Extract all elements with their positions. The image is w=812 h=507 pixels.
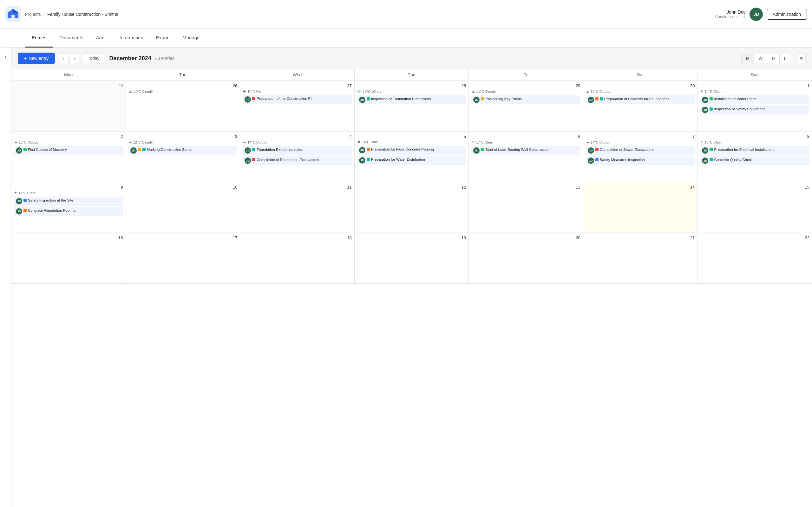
day-cell[interactable]: 28 💨 10°C Windy JD Inspection of Foundat… [355, 81, 469, 131]
event-dot [710, 107, 713, 111]
event[interactable]: JD Preparation of Concrete for Foundatio… [586, 95, 695, 104]
day-cell[interactable]: 5 🌧 14°C Rain JD Preparation for Floor C… [355, 131, 469, 182]
day-cell[interactable]: 7 ☁ 14°C Cloudy JD Completion of Sewer E… [583, 131, 698, 182]
event[interactable]: JD Installation of Water Pipes [700, 95, 809, 104]
breadcrumb-root[interactable]: Projects [25, 12, 41, 17]
day-cell[interactable]: 3 ☁ 12°C Cloudy JD Marking Construction … [126, 131, 241, 182]
day-number: 1 [700, 83, 809, 88]
new-entry-button[interactable]: + New entry [18, 53, 55, 64]
day-cell[interactable]: 4 ☁ 14°C Cloudy JD Foundation Depth Insp… [240, 131, 355, 182]
weather: 🌧 14°C Rain [357, 140, 466, 144]
event[interactable]: JD Preparation for Water Distribution [357, 156, 466, 165]
event-avatar: JD [16, 147, 22, 154]
next-button[interactable]: › [69, 54, 79, 63]
day-header-sat: Sat [583, 69, 698, 80]
day-cell[interactable]: 1 ☀ 14°C Clear JD Installation of Water … [698, 81, 812, 131]
day-number: 17 [129, 235, 238, 240]
event-avatar: JD [359, 147, 365, 153]
event[interactable]: JD Positioning Key Points [471, 95, 580, 104]
day-cell[interactable]: 12 [355, 182, 469, 233]
tab-export[interactable]: Export [150, 29, 176, 48]
day-number: 4 [243, 134, 352, 139]
sidebar-toggle[interactable]: › [0, 48, 11, 507]
event-avatar: JD [359, 97, 365, 103]
event[interactable]: JD Safety Inspection at the Site [14, 197, 123, 206]
day-number: 26 [129, 83, 238, 88]
day-cell-today[interactable]: 14 [583, 182, 698, 233]
event-text: Completion of Sewer Excavations [600, 147, 654, 152]
day-cell[interactable]: 11 [240, 182, 355, 233]
day-cell[interactable]: 18 [240, 233, 355, 284]
view-toggles: M W D L [741, 54, 791, 63]
day-cell[interactable]: 21 [583, 233, 698, 284]
event[interactable]: JD Concrete Quality Check [700, 156, 809, 165]
event-dot [23, 148, 27, 151]
day-cell[interactable]: 8 ☀ 16°C Clear JD Preparation for Electr… [698, 131, 812, 182]
event-avatar: JD [245, 96, 251, 103]
event[interactable]: JD Completion of Foundation Excavations [243, 156, 352, 165]
tab-documents[interactable]: Documents [53, 29, 90, 48]
view-week[interactable]: W [754, 54, 767, 63]
tab-manage[interactable]: Manage [176, 29, 206, 48]
event-text: Preparation for Floor Concrete Pouring [371, 147, 434, 152]
event[interactable]: JD Preparation of the Construction Pit [243, 95, 352, 104]
event[interactable]: JD Completion of Sewer Excavations [586, 146, 695, 155]
avatar[interactable]: JD [750, 8, 763, 21]
day-cell[interactable]: 17 [126, 233, 241, 284]
weather: 💨 10°C Windy [357, 89, 466, 94]
view-month[interactable]: M [742, 54, 754, 63]
day-header-tue: Tue [126, 69, 241, 80]
day-cell[interactable]: 16 [11, 233, 126, 284]
event[interactable]: JD Safety Measures Inspection [586, 156, 695, 165]
day-number: 6 [471, 134, 580, 139]
day-cell[interactable]: 15 [698, 182, 812, 233]
day-cell[interactable]: 30 ☁ 12°C Cloudy JD Preparation of Concr… [583, 81, 698, 131]
day-cell[interactable]: 13 [469, 182, 583, 233]
view-day[interactable]: D [767, 54, 779, 63]
day-cell[interactable]: 9 ☀ 17°C Clear JD Safety Inspection at t… [11, 182, 126, 233]
event[interactable]: JD First Course of Masonry [14, 146, 123, 155]
day-cell[interactable]: 26 ☁ 11°C Cloudy [126, 81, 241, 131]
day-number: 14 [586, 185, 695, 189]
breadcrumb: Projects › Family House Construction - S… [25, 12, 118, 17]
day-cell[interactable]: 6 ☀ 17°C Clear JD Start of Load-Bearing … [469, 131, 583, 182]
event-dot [595, 158, 599, 161]
day-number: 12 [357, 185, 466, 189]
event[interactable]: JD Start of Load-Bearing Wall Constructi… [471, 146, 580, 155]
tab-information[interactable]: Information [113, 29, 150, 48]
view-list[interactable]: L [780, 54, 791, 63]
event-avatar: JD [702, 107, 708, 113]
day-cell[interactable]: 22 [698, 233, 812, 284]
day-cell[interactable]: 10 [126, 182, 241, 233]
event[interactable]: JD Preparation for Floor Concrete Pourin… [357, 146, 466, 155]
day-cell[interactable]: 20 [469, 233, 583, 284]
event-dot [367, 158, 370, 161]
user-info: John Doe Constructions Ltd. [715, 9, 746, 19]
event-avatar: JD [245, 158, 251, 164]
event[interactable]: JD Foundation Depth Inspection [243, 146, 352, 155]
administration-button[interactable]: Administration [767, 9, 807, 20]
day-cell[interactable]: 29 ☁ 11°C Cloudy JD Positioning Key Poin… [469, 81, 583, 131]
event-avatar: JD [702, 97, 708, 103]
event-avatar: JD [245, 147, 251, 154]
day-cell[interactable]: 19 [355, 233, 469, 284]
day-cell[interactable]: 27 🌧 10°C Rain JD Preparation of the Con… [240, 81, 355, 131]
prev-button[interactable]: ‹ [59, 54, 68, 63]
event[interactable]: JD Marking Construction Zones [129, 146, 238, 155]
today-button[interactable]: Today [83, 54, 104, 63]
day-cell[interactable]: 25 [11, 81, 126, 131]
day-number: 2 [14, 134, 123, 139]
day-number: 7 [586, 134, 695, 139]
event[interactable]: JD Preparation for Electrical Installati… [700, 146, 809, 155]
event-dot [710, 97, 713, 101]
weather: ☁ 16°C Cloudy [14, 140, 123, 144]
day-cell[interactable]: 2 ☁ 16°C Cloudy JD First Course of Mason… [11, 131, 126, 182]
tab-audit[interactable]: Audit [90, 29, 113, 48]
event-dot [252, 148, 255, 151]
event[interactable]: JD Inspection of Foundation Dimensions [357, 95, 466, 104]
event[interactable]: JD Concrete Foundation Pouring [14, 207, 123, 216]
tab-entries[interactable]: Entries [26, 29, 53, 48]
day-number: 25 [14, 83, 123, 88]
expand-button[interactable]: ⊞ [796, 54, 806, 63]
event[interactable]: JD Inspection of Safety Equipment [700, 106, 809, 114]
